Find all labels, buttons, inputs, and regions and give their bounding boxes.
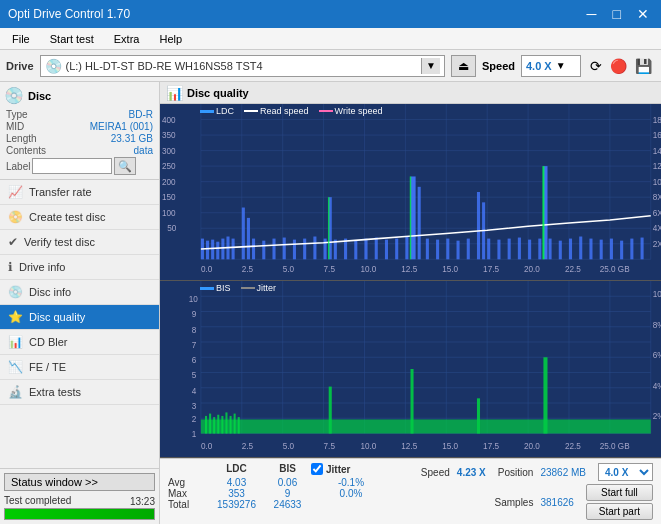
svg-rect-66 [559, 241, 562, 260]
svg-text:12.5: 12.5 [401, 265, 417, 274]
svg-text:22.5: 22.5 [565, 440, 581, 451]
type-label: Type [6, 109, 28, 120]
disc-length-field: Length 23.31 GB [4, 133, 155, 144]
maximize-button[interactable]: □ [609, 7, 625, 21]
position-block: Position 23862 MB [498, 466, 586, 478]
svg-text:350: 350 [162, 131, 176, 140]
svg-rect-136 [213, 417, 215, 433]
sidebar-item-cd-bler[interactable]: 📊 CD Bler [0, 330, 159, 355]
sidebar-item-disc-info[interactable]: 💿 Disc info [0, 280, 159, 305]
disc-title: Disc [28, 90, 51, 102]
svg-rect-48 [405, 237, 408, 260]
disc-contents-field: Contents data [4, 145, 155, 156]
svg-text:50: 50 [167, 224, 177, 233]
bis-legend-color [200, 287, 214, 290]
speed-label: Speed [482, 60, 515, 72]
svg-rect-37 [303, 239, 306, 260]
svg-text:5: 5 [192, 370, 197, 381]
speed-dropdown-button[interactable]: ▼ [556, 60, 566, 71]
svg-text:17.5: 17.5 [483, 440, 499, 451]
disc-mid-field: MID MEIRA1 (001) [4, 121, 155, 132]
sidebar-item-transfer-rate[interactable]: 📈 Transfer rate [0, 180, 159, 205]
contents-value: data [134, 145, 153, 156]
mid-value: MEIRA1 (001) [90, 121, 153, 132]
titlebar: Opti Drive Control 1.70 ─ □ ✕ [0, 0, 661, 28]
svg-rect-131 [411, 369, 414, 434]
window-controls: ─ □ ✕ [583, 7, 653, 21]
sidebar-item-verify-test-disc[interactable]: ✔ Verify test disc [0, 230, 159, 255]
top-chart: LDC Read speed Write speed [160, 104, 661, 281]
refresh-button[interactable]: ⟳ [587, 55, 605, 77]
status-window-button[interactable]: Status window >> [4, 473, 155, 491]
sidebar-item-disc-quality[interactable]: ⭐ Disc quality [0, 305, 159, 330]
svg-text:8X: 8X [653, 193, 661, 202]
svg-text:14X: 14X [653, 147, 661, 156]
status-text: Test completed [4, 495, 71, 506]
bottom-chart-legend: BIS Jitter [200, 283, 276, 293]
menu-file[interactable]: File [4, 31, 38, 47]
speed-dropdown[interactable]: 4.0 X 8.0 X 12.0 X [598, 463, 653, 481]
svg-text:2: 2 [192, 413, 197, 424]
jitter-checkbox[interactable] [311, 463, 323, 475]
menu-extra[interactable]: Extra [106, 31, 148, 47]
svg-text:0.0: 0.0 [201, 440, 212, 451]
label-icon-button[interactable]: 🔍 [114, 157, 136, 175]
svg-rect-32 [252, 239, 255, 260]
svg-rect-30 [242, 208, 245, 260]
svg-text:6%: 6% [653, 350, 661, 361]
eject-button[interactable]: ⏏ [451, 55, 476, 77]
length-value: 23.31 GB [111, 133, 153, 144]
svg-rect-67 [569, 239, 572, 260]
svg-text:7.5: 7.5 [324, 265, 336, 274]
svg-text:16X: 16X [653, 131, 661, 140]
drive-label: Drive [6, 60, 34, 72]
start-full-button[interactable]: Start full [586, 484, 653, 501]
sidebar-item-create-test-disc[interactable]: 📀 Create test disc [0, 205, 159, 230]
verify-test-disc-label: Verify test disc [24, 236, 95, 248]
svg-text:8: 8 [192, 324, 197, 335]
progress-bar-fill [5, 509, 154, 519]
minimize-button[interactable]: ─ [583, 7, 601, 21]
extra-tests-label: Extra tests [29, 386, 81, 398]
drivebar: Drive 💿 (L:) HL-DT-ST BD-RE WH16NS58 TST… [0, 50, 661, 82]
jitter-legend-item: Jitter [241, 283, 277, 293]
svg-rect-43 [354, 241, 357, 260]
svg-text:10.0: 10.0 [360, 265, 376, 274]
drive-dropdown-button[interactable]: ▼ [421, 58, 440, 74]
drive-info-label: Drive info [19, 261, 65, 273]
label-input[interactable] [32, 158, 112, 174]
menu-start-test[interactable]: Start test [42, 31, 102, 47]
svg-rect-47 [395, 239, 398, 260]
write-speed-legend-color [319, 110, 333, 112]
jitter-legend-label: Jitter [257, 283, 277, 293]
menu-help[interactable]: Help [151, 31, 190, 47]
svg-rect-130 [329, 387, 332, 434]
avg-ldc: 4.03 [209, 477, 264, 488]
sidebar-item-drive-info[interactable]: ℹ Drive info [0, 255, 159, 280]
sidebar-item-fe-te[interactable]: 📉 FE / TE [0, 355, 159, 380]
save-button[interactable]: 💾 [632, 55, 655, 77]
sidebar-item-extra-tests[interactable]: 🔬 Extra tests [0, 380, 159, 405]
svg-rect-55 [467, 239, 470, 260]
speed-selector[interactable]: 4.0 X ▼ [521, 55, 581, 77]
max-ldc: 353 [209, 488, 264, 499]
start-part-button[interactable]: Start part [586, 503, 653, 520]
svg-rect-68 [579, 237, 582, 260]
svg-rect-54 [457, 241, 460, 260]
svg-rect-56 [477, 192, 480, 259]
max-bis: 9 [265, 488, 310, 499]
label-label: Label [6, 161, 30, 172]
svg-rect-139 [225, 412, 227, 433]
main-content: 💿 Disc Type BD-R MID MEIRA1 (001) Length… [0, 82, 661, 524]
bottom-chart: BIS Jitter [160, 281, 661, 458]
ldc-header: LDC [209, 463, 264, 475]
bis-legend-item: BIS [200, 283, 231, 293]
position-label: Position [498, 467, 534, 478]
close-button[interactable]: ✕ [633, 7, 653, 21]
record-button[interactable]: 🔴 [607, 55, 630, 77]
nav-section: 📈 Transfer rate 📀 Create test disc ✔ Ver… [0, 180, 159, 468]
max-jitter: 0.0% [311, 488, 391, 499]
disc-info-label: Disc info [29, 286, 71, 298]
drive-selector[interactable]: 💿 (L:) HL-DT-ST BD-RE WH16NS58 TST4 ▼ [40, 55, 445, 77]
svg-rect-62 [528, 240, 531, 260]
